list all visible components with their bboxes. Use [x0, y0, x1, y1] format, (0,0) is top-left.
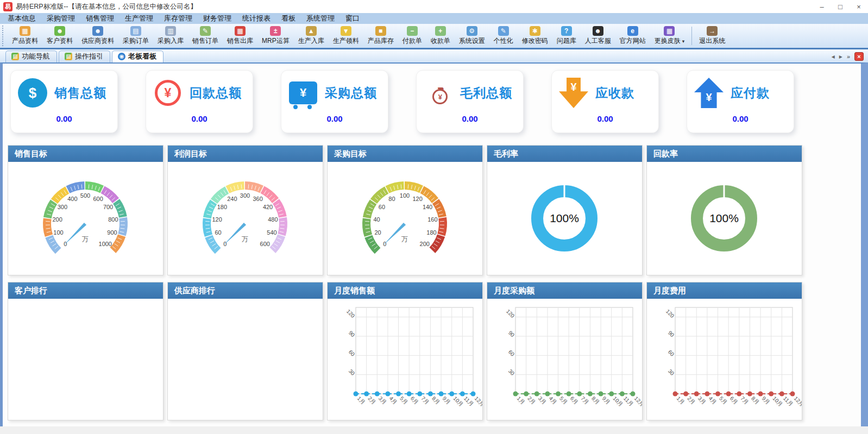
restore-button[interactable]: □: [831, 1, 850, 12]
purchase-order-icon: ▤: [130, 26, 141, 36]
svg-text:9月: 9月: [601, 395, 612, 406]
tab-scroll-right-button[interactable]: ▸: [839, 53, 842, 60]
svg-text:60: 60: [667, 349, 676, 357]
sales-out-icon: ▦: [235, 26, 246, 36]
svg-text:2月: 2月: [686, 395, 696, 406]
toolbar-button[interactable]: ?问题库: [552, 24, 581, 47]
menu-item[interactable]: 看板: [276, 13, 301, 24]
line-chart: 3060901201月2月3月4月5月6月7月8月9月10月11月12月: [328, 299, 482, 420]
toolbar-button[interactable]: −付款单: [398, 24, 426, 47]
toolbar-grip[interactable]: [2, 26, 6, 46]
toolbar-button[interactable]: e官方网站: [615, 24, 650, 47]
menu-item[interactable]: 采购管理: [41, 13, 80, 24]
panel-title: 客户排行: [8, 282, 163, 299]
svg-text:30: 30: [667, 368, 676, 376]
menu-item[interactable]: 系统管理: [301, 13, 340, 24]
svg-text:90: 90: [348, 330, 356, 338]
toolbar-button[interactable]: ☻客户资料: [42, 24, 77, 47]
chevron-down-icon[interactable]: ▾: [682, 39, 685, 44]
toolbar-button[interactable]: ▥采购入库: [153, 24, 188, 47]
menu-item[interactable]: 生产管理: [119, 13, 159, 24]
menu-item[interactable]: 窗口: [340, 13, 365, 24]
toolbar-button[interactable]: ✱修改密码: [518, 24, 552, 47]
toolbar-button[interactable]: ±MRP运算: [257, 24, 294, 47]
svg-text:7月: 7月: [420, 395, 430, 406]
svg-text:120: 120: [212, 216, 222, 223]
toolbar-button[interactable]: →退出系统: [695, 24, 729, 47]
nav-map-icon: ▧: [11, 53, 19, 60]
tab-item[interactable]: ▧功能导航: [5, 51, 57, 62]
dashboard-panel: 回款率100%: [646, 145, 802, 275]
svg-text:4月: 4月: [707, 395, 718, 406]
tab-item[interactable]: ◉老板看板: [112, 51, 163, 62]
svg-text:6月: 6月: [569, 395, 580, 406]
close-button[interactable]: ×: [850, 1, 868, 12]
kpi-label: 回款总额: [190, 85, 242, 102]
svg-text:11月: 11月: [463, 395, 475, 407]
tabs: ▧功能导航▧操作指引◉老板看板: [5, 51, 165, 62]
tab-item[interactable]: ▧操作指引: [59, 51, 110, 62]
toolbar-button[interactable]: ▼生产领料: [329, 24, 363, 47]
tab-more-button[interactable]: »: [847, 53, 850, 60]
chart-panel-row: 客户排行供应商排行月度销售额3060901201月2月3月4月5月6月7月8月9…: [3, 282, 861, 420]
svg-text:3月: 3月: [697, 395, 707, 406]
svg-text:4月: 4月: [548, 395, 558, 406]
toolbar-button[interactable]: ✎个性化: [489, 24, 518, 47]
toolbar-button-label: 退出系统: [699, 36, 725, 46]
menu-item[interactable]: 统计报表: [237, 13, 276, 24]
toolbar-button[interactable]: ■产品库存: [363, 24, 398, 47]
tab-close-button[interactable]: ×: [854, 52, 864, 61]
svg-text:300: 300: [58, 204, 67, 210]
toolbar-button[interactable]: ▤采购订单: [118, 24, 153, 47]
payment-icon: −: [407, 26, 418, 36]
gauge-panel-row: 销售目标01002003004005006007008009001000万利润目…: [3, 145, 861, 275]
svg-text:1月: 1月: [676, 395, 686, 406]
svg-text:4月: 4月: [388, 395, 398, 406]
kpi-card-top: ¥应收款: [558, 76, 652, 110]
svg-text:140: 140: [423, 204, 432, 210]
personalize-icon: ✎: [498, 26, 509, 36]
toolbar-button[interactable]: ☻供应商资料: [77, 24, 118, 47]
svg-text:480: 480: [268, 216, 278, 223]
kpi-card: ¥应收款0.00: [551, 70, 659, 133]
tab-label: 操作指引: [75, 52, 103, 61]
toolbar-button[interactable]: ▦产品资料: [8, 24, 42, 47]
toolbar-button[interactable]: ▦销售出库: [223, 24, 257, 47]
kpi-card: ¥应付款0.00: [687, 70, 794, 133]
kpi-row: $销售总额0.00¥回款总额0.00¥采购总额0.00↗毛利总额0.00¥应收款…: [3, 64, 861, 133]
menu-item[interactable]: 财务管理: [198, 13, 237, 24]
toolbar-button-label: 个性化: [494, 36, 513, 46]
svg-text:120: 120: [505, 309, 516, 319]
svg-text:200: 200: [52, 216, 62, 223]
tab-scroll-left-button[interactable]: ◂: [832, 53, 835, 60]
tab-label: 功能导航: [22, 52, 50, 61]
toolbar-button-label: 系统设置: [459, 36, 485, 46]
toolbar-button[interactable]: +收款单: [426, 24, 455, 47]
kpi-label: 应付款: [731, 85, 770, 102]
kpi-card: ¥采购总额0.00: [281, 70, 388, 133]
product-icon: ▦: [20, 26, 30, 36]
menu-item[interactable]: 基本信息: [2, 13, 41, 24]
toolbar-button[interactable]: ⚙系统设置: [455, 24, 489, 47]
menu-item[interactable]: 库存管理: [159, 13, 198, 24]
svg-text:万: 万: [401, 235, 408, 243]
menu-item[interactable]: 销售管理: [80, 13, 119, 24]
toolbar-button[interactable]: ☻人工客服: [581, 24, 615, 47]
tab-label: 老板看板: [128, 52, 156, 61]
svg-text:40: 40: [374, 216, 380, 223]
app-logo-icon: 易: [3, 2, 12, 11]
refresh-yuan-icon: ¥: [155, 80, 181, 106]
toolbar-button[interactable]: ▦更换皮肤▾: [650, 24, 689, 47]
svg-text:800: 800: [108, 216, 118, 223]
svg-text:600: 600: [93, 196, 103, 202]
toolbar-button[interactable]: ▲生产入库: [294, 24, 329, 47]
toolbar-button[interactable]: ✎销售订单: [188, 24, 223, 47]
svg-text:10月: 10月: [612, 395, 624, 408]
dashboard-panel: 销售目标01002003004005006007008009001000万: [8, 145, 163, 275]
svg-text:5月: 5月: [558, 395, 569, 406]
dashboard-panel: 供应商排行: [167, 282, 323, 420]
minimize-button[interactable]: –: [813, 1, 831, 12]
svg-text:540: 540: [267, 229, 276, 236]
svg-text:900: 900: [107, 229, 117, 236]
dashboard-panel: 月度费用3060901201月2月3月4月5月6月7月8月9月10月11月12月: [646, 282, 802, 420]
